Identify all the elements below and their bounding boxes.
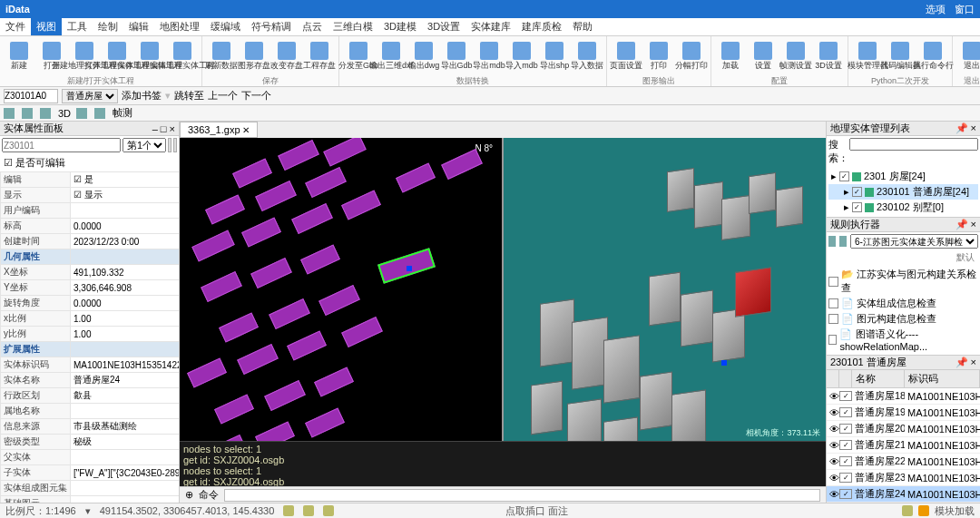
ribbon-button[interactable]: 导入mdb — [506, 38, 537, 74]
ribbon-button[interactable]: 退出 — [956, 38, 980, 74]
prop-row[interactable]: y比例1.00 — [1, 327, 180, 342]
doc-tab[interactable]: 3363_1.gxp ✕ — [180, 122, 258, 138]
building-3d[interactable] — [531, 381, 563, 435]
ribbon-button[interactable]: 页面设置 — [611, 38, 642, 74]
ribbon-button[interactable]: 新建 — [4, 38, 34, 74]
building-3d[interactable] — [567, 398, 602, 441]
building-2d[interactable] — [318, 285, 360, 316]
prop-row[interactable]: 编辑☑ 是 — [1, 172, 180, 188]
cmd-input[interactable] — [224, 489, 820, 502]
prop-row[interactable]: 旋转角度0.0000 — [1, 296, 180, 311]
next-btn[interactable]: 下一个 — [241, 89, 271, 103]
prop-row[interactable]: 扩展属性 — [1, 342, 180, 357]
list-item[interactable]: 👁✓普通房屋18MA1001NE103H1535... — [827, 388, 980, 405]
panel-pin-icon[interactable]: 📌 × — [956, 122, 976, 134]
ribbon-button[interactable]: 模块管理器 — [852, 38, 883, 74]
building-3d[interactable] — [572, 317, 608, 390]
tree-search-input[interactable] — [849, 138, 978, 151]
prop-row[interactable]: 实体标识码MA1001NE103H15351422... — [1, 357, 180, 373]
prop-refresh-button[interactable] — [173, 138, 177, 152]
rule-item[interactable]: 📂 江苏实体与图元构建关系检查 — [828, 267, 978, 296]
status-icon[interactable] — [902, 505, 913, 516]
prop-row[interactable]: 实体组成图元集 — [1, 481, 180, 496]
building-2d[interactable] — [232, 158, 272, 188]
building-2d[interactable] — [214, 394, 254, 424]
menu-item[interactable]: 缓编域 — [205, 18, 246, 35]
status-icon[interactable] — [303, 505, 314, 516]
ribbon-button[interactable]: 图形存盘 — [239, 38, 270, 74]
building-3d-selected[interactable] — [735, 267, 771, 318]
prop-row[interactable]: 父实体 — [1, 450, 180, 465]
building-3d[interactable] — [776, 186, 803, 228]
code-input[interactable] — [4, 89, 58, 103]
tree-node[interactable]: ▸ ✓ 230101 普通房屋[24] — [828, 184, 978, 200]
panel-close-icon[interactable]: – □ × — [152, 123, 175, 134]
menu-item[interactable]: 实体建库 — [466, 18, 516, 35]
building-2d[interactable] — [241, 217, 281, 247]
prop-row[interactable]: 属地名称 — [1, 404, 180, 419]
building-2d[interactable] — [396, 162, 436, 192]
prop-row[interactable]: 标高0.0000 — [1, 219, 180, 234]
menu-item[interactable]: 3D设置 — [422, 18, 466, 35]
building-2d[interactable] — [441, 149, 483, 180]
building-3d[interactable] — [603, 416, 638, 441]
status-icon[interactable] — [283, 505, 294, 516]
building-2d[interactable] — [287, 330, 327, 360]
property-grid[interactable]: 编辑☑ 是显示☑ 显示用户编码标高0.0000创建时间2023/12/23 0:… — [0, 171, 179, 503]
rule-item[interactable]: 📄 图谱语义化----showRelationMap... — [828, 327, 978, 353]
building-2d[interactable] — [205, 194, 245, 224]
menu-item[interactable]: 编辑 — [123, 18, 154, 35]
module-load-icon[interactable] — [918, 505, 929, 516]
prop-row[interactable]: Y坐标3,306,646.908 — [1, 280, 180, 296]
prop-row[interactable]: 实体名称普通房屋24 — [1, 373, 180, 388]
prop-row[interactable]: 信息来源市县级基础测绘 — [1, 419, 180, 435]
cmd-add-icon[interactable]: ⊕ — [185, 489, 193, 501]
list-item[interactable]: 👁✓普通房屋20MA1001NE103H1535... — [827, 421, 980, 437]
building-3d[interactable] — [681, 289, 713, 347]
ribbon-button[interactable]: 打印 — [643, 38, 674, 74]
panel-pin-icon[interactable]: 📌 × — [956, 219, 976, 230]
building-2d[interactable] — [237, 344, 279, 375]
rule-select[interactable]: 6-江苏图元实体建关系脚检 — [850, 234, 978, 249]
prop-index-select[interactable]: 第1个 — [122, 138, 166, 152]
building-2d[interactable] — [269, 298, 310, 329]
building-2d[interactable] — [201, 271, 242, 302]
building-2d[interactable] — [187, 357, 227, 387]
menu-item[interactable]: 帮助 — [567, 18, 598, 35]
tool-icon[interactable] — [94, 108, 105, 119]
menu-window[interactable]: 窗口 — [955, 3, 975, 16]
tool-icon[interactable] — [4, 108, 15, 119]
tool-icon[interactable] — [40, 108, 51, 119]
prop-search-input[interactable] — [2, 138, 121, 152]
prop-row[interactable]: 显示☑ 显示 — [1, 188, 180, 203]
prop-row[interactable]: X坐标491,109.332 — [1, 265, 180, 280]
building-3d[interactable] — [749, 172, 776, 214]
building-3d[interactable] — [640, 371, 672, 430]
ribbon-button[interactable]: 设置 — [748, 38, 779, 74]
menu-item[interactable]: 地图处理 — [154, 18, 205, 35]
list-item[interactable]: 👁✓普通房屋21MA1001NE103H1535... — [827, 437, 980, 454]
prop-go-button[interactable] — [168, 138, 172, 152]
menu-item[interactable]: 点云 — [297, 18, 328, 35]
building-2d[interactable] — [219, 312, 259, 342]
building-3d[interactable] — [721, 195, 750, 240]
ribbon-button[interactable]: 输出三维dxf — [376, 38, 407, 74]
prop-row[interactable]: 行政区划歙县 — [1, 388, 180, 404]
building-2d[interactable] — [264, 380, 306, 411]
layer-select[interactable]: 普通房屋 — [62, 89, 118, 103]
menu-item[interactable]: 符号精调 — [246, 18, 297, 35]
menu-item[interactable]: 文件 — [0, 18, 31, 35]
ribbon-button[interactable]: 3D设置 — [813, 38, 844, 74]
3d-viewport[interactable]: 相机角度：373.11米 — [502, 138, 826, 441]
prop-row[interactable]: 几何属性 — [1, 249, 180, 265]
building-2d[interactable] — [291, 203, 333, 234]
frame-measure[interactable]: 帧测 — [113, 106, 132, 120]
ribbon-button[interactable]: 工程存盘 — [304, 38, 335, 74]
ribbon-button[interactable]: 代码编辑器 — [885, 38, 916, 74]
tree-node[interactable]: ▸ ✓ 230102 别墅[0] — [828, 200, 978, 215]
prop-row[interactable]: 子实体["FW_A"]["{3C2043E0-2897-... — [1, 465, 180, 481]
ribbon-button[interactable]: 导入数据 — [572, 38, 603, 74]
prop-row[interactable]: 用户编码 — [1, 203, 180, 219]
menu-item[interactable]: 视图 — [31, 18, 62, 35]
building-2d[interactable] — [255, 421, 295, 441]
